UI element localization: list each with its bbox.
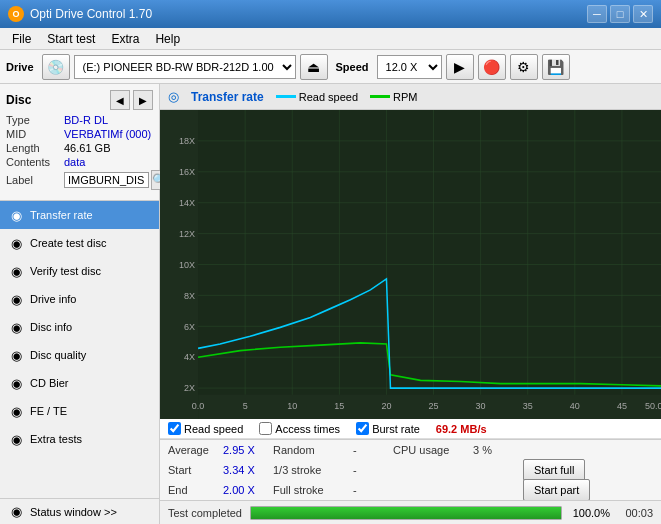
burst-rate-value: 69.2 MB/s xyxy=(436,423,487,435)
menu-file[interactable]: File xyxy=(4,30,39,48)
read-speed-checkbox[interactable] xyxy=(168,422,181,435)
progress-track xyxy=(250,506,562,520)
maximize-button[interactable]: □ xyxy=(610,5,630,23)
svg-text:14X: 14X xyxy=(179,197,196,209)
chart-svg: 18X 16X 14X 12X 10X 8X 6X 4X 2X 0.0 5 10… xyxy=(160,110,661,419)
disc-quality-icon: ◉ xyxy=(8,347,24,363)
svg-text:5: 5 xyxy=(243,400,248,412)
drive-eject-button[interactable]: 💿 xyxy=(42,54,70,80)
chart-title: Transfer rate xyxy=(191,90,264,104)
toolbar-btn-save[interactable]: 💾 xyxy=(542,54,570,80)
checkbox-access-times[interactable]: Access times xyxy=(259,422,340,435)
nav-items: ◉ Transfer rate ◉ Create test disc ◉ Ver… xyxy=(0,201,159,498)
sidebar-item-label: Extra tests xyxy=(30,433,82,445)
legend-rpm: RPM xyxy=(370,91,417,103)
app-icon: O xyxy=(8,6,24,22)
svg-text:10X: 10X xyxy=(179,258,196,270)
sidebar-item-label: Disc quality xyxy=(30,349,86,361)
sidebar-item-label: Transfer rate xyxy=(30,209,93,221)
svg-text:10: 10 xyxy=(287,400,297,412)
drive-info-icon: ◉ xyxy=(8,291,24,307)
average-label: Average xyxy=(168,444,223,456)
svg-text:35: 35 xyxy=(523,400,533,412)
svg-text:25: 25 xyxy=(429,400,439,412)
extra-tests-icon: ◉ xyxy=(8,431,24,447)
toolbar-btn-2[interactable]: ⚙ xyxy=(510,54,538,80)
speed-select[interactable]: 12.0 X ↓ xyxy=(377,55,442,79)
drive-label: Drive xyxy=(6,61,34,73)
disc-length-value: 46.61 GB xyxy=(64,142,110,154)
disc-mid-value: VERBATIMf (000) xyxy=(64,128,151,140)
drive-select[interactable]: (E:) PIONEER BD-RW BDR-212D 1.00 xyxy=(74,55,296,79)
sidebar-item-disc-info[interactable]: ◉ Disc info xyxy=(0,313,159,341)
sidebar-item-drive-info[interactable]: ◉ Drive info xyxy=(0,285,159,313)
close-button[interactable]: ✕ xyxy=(633,5,653,23)
menu-help[interactable]: Help xyxy=(147,30,188,48)
disc-label-input[interactable] xyxy=(64,172,149,188)
minimize-button[interactable]: ─ xyxy=(587,5,607,23)
sidebar-item-create-test-disc[interactable]: ◉ Create test disc xyxy=(0,229,159,257)
svg-text:45: 45 xyxy=(617,400,627,412)
cpu-usage-value: 3 % xyxy=(473,444,523,456)
end-label: End xyxy=(168,484,223,496)
speed-label: Speed xyxy=(336,61,369,73)
disc-mid-label: MID xyxy=(6,128,64,140)
disc-icon-btn-1[interactable]: ◀ xyxy=(110,90,130,110)
stats-row-start: Start 3.34 X 1/3 stroke - Start full xyxy=(160,460,661,480)
status-window-label: Status window >> xyxy=(30,506,117,518)
toolbar-btn-1[interactable]: 🔴 xyxy=(478,54,506,80)
sidebar-item-extra-tests[interactable]: ◉ Extra tests xyxy=(0,425,159,453)
main-layout: Disc ◀ ▶ Type BD-R DL MID VERBATIMf (000… xyxy=(0,84,661,524)
disc-icon-btn-2[interactable]: ▶ xyxy=(133,90,153,110)
svg-text:2X: 2X xyxy=(184,382,196,394)
cpu-usage-label: CPU usage xyxy=(393,444,473,456)
sidebar-item-cd-bier[interactable]: ◉ CD Bier xyxy=(0,369,159,397)
chart-area: 18X 16X 14X 12X 10X 8X 6X 4X 2X 0.0 5 10… xyxy=(160,110,661,419)
svg-text:40: 40 xyxy=(570,400,580,412)
drivebar: Drive 💿 (E:) PIONEER BD-RW BDR-212D 1.00… xyxy=(0,50,661,84)
checkboxes-row: Read speed Access times Burst rate 69.2 … xyxy=(160,419,661,439)
svg-text:50.0 Gb: 50.0 Gb xyxy=(645,400,661,412)
disc-info-icon: ◉ xyxy=(8,319,24,335)
end-value: 2.00 X xyxy=(223,484,273,496)
checkbox-burst-rate[interactable]: Burst rate xyxy=(356,422,420,435)
transfer-rate-icon: ◉ xyxy=(8,207,24,223)
status-text: Test completed xyxy=(168,507,242,519)
menu-extra[interactable]: Extra xyxy=(103,30,147,48)
sidebar-item-transfer-rate[interactable]: ◉ Transfer rate xyxy=(0,201,159,229)
third-stroke-label: 1/3 stroke xyxy=(273,464,353,476)
progress-fill xyxy=(251,507,561,519)
start-part-button[interactable]: Start part xyxy=(523,479,590,501)
svg-text:4X: 4X xyxy=(184,351,196,363)
sidebar-item-verify-test-disc[interactable]: ◉ Verify test disc xyxy=(0,257,159,285)
create-test-disc-icon: ◉ xyxy=(8,235,24,251)
svg-text:6X: 6X xyxy=(184,320,196,332)
read-speed-color xyxy=(276,95,296,98)
menu-starttest[interactable]: Start test xyxy=(39,30,103,48)
disc-label-label: Label xyxy=(6,174,64,186)
full-stroke-label: Full stroke xyxy=(273,484,353,496)
progress-time: 00:03 xyxy=(618,507,653,519)
start-label: Start xyxy=(168,464,223,476)
sidebar-item-label: Drive info xyxy=(30,293,76,305)
stats-area: Average 2.95 X Random - CPU usage 3 % St… xyxy=(160,439,661,500)
sidebar-item-label: CD Bier xyxy=(30,377,69,389)
status-window-icon: ◉ xyxy=(8,504,24,520)
start-value: 3.34 X xyxy=(223,464,273,476)
verify-test-disc-icon: ◉ xyxy=(8,263,24,279)
disc-length-label: Length xyxy=(6,142,64,154)
status-window-button[interactable]: ◉ Status window >> xyxy=(0,498,159,524)
stats-row-end: End 2.00 X Full stroke - Start part xyxy=(160,480,661,500)
access-times-checkbox[interactable] xyxy=(259,422,272,435)
svg-text:30: 30 xyxy=(476,400,486,412)
checkbox-read-speed[interactable]: Read speed xyxy=(168,422,243,435)
sidebar-item-disc-quality[interactable]: ◉ Disc quality xyxy=(0,341,159,369)
sidebar-item-fe-te[interactable]: ◉ FE / TE xyxy=(0,397,159,425)
chart-header: ◎ Transfer rate Read speed RPM xyxy=(160,84,661,110)
stats-row-average: Average 2.95 X Random - CPU usage 3 % xyxy=(160,440,661,460)
drive-action-button[interactable]: ⏏ xyxy=(300,54,328,80)
burst-rate-checkbox[interactable] xyxy=(356,422,369,435)
speed-go-button[interactable]: ▶ xyxy=(446,54,474,80)
start-full-button[interactable]: Start full xyxy=(523,459,585,481)
svg-text:16X: 16X xyxy=(179,166,196,178)
